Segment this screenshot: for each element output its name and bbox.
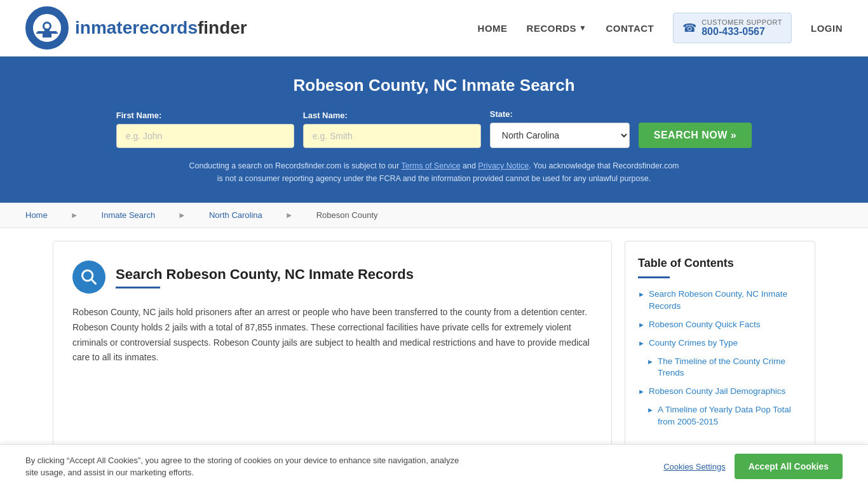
last-name-group: Last Name: <box>303 111 481 148</box>
list-item: ►County Crimes by Type <box>638 337 802 349</box>
svg-line-8 <box>92 280 95 283</box>
content-title: Search Robeson County, NC Inmate Records <box>116 266 414 283</box>
breadcrumb-current: Robeson County <box>316 210 378 220</box>
nav-home[interactable]: HOME <box>478 23 508 34</box>
breadcrumb: Home ► Inmate Search ► North Carolina ► … <box>0 203 868 228</box>
svg-point-4 <box>44 24 50 29</box>
last-name-input[interactable] <box>303 124 481 148</box>
headset-icon: ☎ <box>682 21 696 35</box>
support-info: CUSTOMER SUPPORT 800-433-0567 <box>702 18 782 37</box>
records-chevron-icon: ▼ <box>579 24 587 32</box>
last-name-label: Last Name: <box>303 111 348 120</box>
search-form: First Name: Last Name: State: North Caro… <box>25 109 843 148</box>
list-item: ►The Timeline of the County Crime Trends <box>647 356 802 380</box>
first-name-label: First Name: <box>116 111 162 120</box>
toc-link-2[interactable]: ►Robeson County Quick Facts <box>638 319 802 331</box>
list-item: ►Robeson County Quick Facts <box>638 319 802 331</box>
toc-divider <box>638 276 670 278</box>
chevron-right-icon: ► <box>638 387 645 396</box>
site-header: inmaterecordsfinder HOME RECORDS ▼ CONTA… <box>0 0 868 57</box>
main-content: Search Robeson County, NC Inmate Records… <box>27 241 841 451</box>
logo-text: inmaterecordsfinder <box>75 18 247 38</box>
chevron-right-icon: ► <box>638 339 645 348</box>
hero-disclaimer: Conducting a search on Recordsfinder.com… <box>186 159 682 185</box>
customer-support-button[interactable]: ☎ CUSTOMER SUPPORT 800-433-0567 <box>673 13 792 43</box>
breadcrumb-inmate-search[interactable]: Inmate Search <box>102 210 156 220</box>
main-nav: HOME RECORDS ▼ CONTACT ☎ CUSTOMER SUPPOR… <box>478 13 843 43</box>
logo-area: inmaterecordsfinder <box>25 6 247 50</box>
toc-link-5[interactable]: ►Robeson County Jail Demographics <box>638 386 802 398</box>
first-name-input[interactable] <box>116 124 294 148</box>
logo-icon <box>25 6 69 50</box>
toc-list: ►Search Robeson County, NC Inmate Record… <box>638 288 802 428</box>
content-header: Search Robeson County, NC Inmate Records <box>72 261 592 294</box>
content-area: Search Robeson County, NC Inmate Records… <box>53 241 612 451</box>
svg-rect-5 <box>37 31 57 32</box>
nav-contact[interactable]: CONTACT <box>606 23 654 34</box>
svg-rect-6 <box>36 32 58 34</box>
first-name-group: First Name: <box>116 111 294 148</box>
search-icon-circle <box>72 261 105 294</box>
chevron-right-icon: ► <box>638 320 645 330</box>
cookie-banner: By clicking “Accept All Cookies”, you ag… <box>0 444 868 463</box>
list-item: ►Search Robeson County, NC Inmate Record… <box>638 288 802 313</box>
state-select[interactable]: North Carolina <box>490 123 630 148</box>
cookies-settings-button[interactable]: Cookies Settings <box>663 462 726 464</box>
chevron-right-icon: ► <box>647 405 654 415</box>
hero-title: Robeson County, NC Inmate Search <box>25 76 843 95</box>
content-title-underline <box>116 287 160 288</box>
terms-link[interactable]: Terms of Service <box>401 161 460 170</box>
chevron-right-icon: ► <box>647 357 654 367</box>
breadcrumb-nc[interactable]: North Carolina <box>209 210 262 220</box>
cookie-text: By clicking “Accept All Cookies”, you ag… <box>25 454 470 464</box>
list-item: ►Robeson County Jail Demographics <box>638 386 802 398</box>
accept-cookies-button[interactable]: Accept All Cookies <box>735 454 843 463</box>
list-item: ►A Timeline of Yearly Data Pop Total fro… <box>647 404 802 428</box>
privacy-link[interactable]: Privacy Notice <box>478 161 529 170</box>
toc-link-4[interactable]: ►The Timeline of the County Crime Trends <box>647 356 802 380</box>
toc-title: Table of Contents <box>638 257 802 270</box>
content-body: Robeson County, NC jails hold prisoners … <box>72 305 592 365</box>
hero-section: Robeson County, NC Inmate Search First N… <box>0 57 868 203</box>
chevron-right-icon: ► <box>638 290 645 299</box>
toc-link-3[interactable]: ►County Crimes by Type <box>638 337 802 349</box>
nav-records[interactable]: RECORDS ▼ <box>527 23 587 34</box>
breadcrumb-sep-3: ► <box>285 210 294 220</box>
breadcrumb-sep-1: ► <box>71 210 79 220</box>
toc-link-1[interactable]: ►Search Robeson County, NC Inmate Record… <box>638 288 802 313</box>
cookie-actions: Cookies Settings Accept All Cookies <box>663 454 843 463</box>
toc-link-6[interactable]: ►A Timeline of Yearly Data Pop Total fro… <box>647 404 802 428</box>
breadcrumb-sep-2: ► <box>178 210 186 220</box>
nav-login[interactable]: LOGIN <box>811 23 843 34</box>
breadcrumb-home[interactable]: Home <box>25 210 48 220</box>
content-title-area: Search Robeson County, NC Inmate Records <box>116 266 414 288</box>
search-button[interactable]: SEARCH NOW » <box>639 123 752 148</box>
state-group: State: North Carolina <box>490 109 630 148</box>
search-icon <box>80 268 98 286</box>
sidebar: Table of Contents ►Search Robeson County… <box>625 241 815 451</box>
state-label: State: <box>490 109 513 119</box>
